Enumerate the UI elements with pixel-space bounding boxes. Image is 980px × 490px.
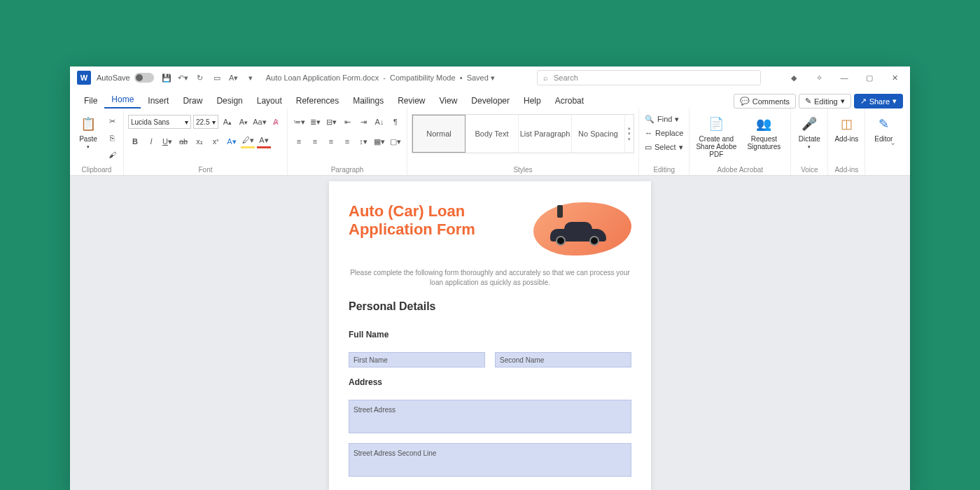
ribbon-tabs: File Home Insert Draw Design Layout Refe… xyxy=(70,89,910,108)
group-label-voice: Voice xyxy=(795,164,823,174)
font-name-select[interactable]: Lucida Sans▾ xyxy=(128,115,191,129)
save-icon[interactable]: 💾 xyxy=(160,71,173,84)
tab-home[interactable]: Home xyxy=(104,92,141,108)
replace-button[interactable]: ↔ Replace xyxy=(643,127,685,139)
align-left-icon[interactable]: ≡ xyxy=(292,134,306,148)
addins-icon: ◫ xyxy=(836,114,856,134)
qat-icon-1[interactable]: ▭ xyxy=(211,71,223,84)
shrink-font-icon[interactable]: A▾ xyxy=(237,115,251,129)
paste-button[interactable]: 📋 Paste ▾ xyxy=(74,110,102,150)
style-no-spacing[interactable]: No Spacing xyxy=(572,115,625,153)
tab-layout[interactable]: Layout xyxy=(250,93,289,108)
signatures-icon: 👥 xyxy=(754,114,774,134)
subscript-button[interactable]: x₂ xyxy=(192,134,206,148)
change-case-icon[interactable]: Aa▾ xyxy=(253,115,267,129)
tab-design[interactable]: Design xyxy=(209,93,249,108)
page-header: Auto (Car) Loan Application Form xyxy=(349,202,631,255)
tab-view[interactable]: View xyxy=(433,93,465,108)
align-right-icon[interactable]: ≡ xyxy=(324,134,338,148)
section-personal-details: Personal Details xyxy=(349,300,631,313)
premium-icon[interactable]: ◆ xyxy=(781,68,806,88)
street-address-2-field[interactable]: Street Adress Second Line xyxy=(349,443,631,477)
group-editor: ✎ Editor ⌄ xyxy=(865,108,902,175)
styles-more-icon[interactable]: ▴▾▾ xyxy=(625,115,634,153)
tab-references[interactable]: References xyxy=(289,93,346,108)
ribbon: 📋 Paste ▾ ✂ ⎘ 🖌 Clipboard Lucida Sans▾ 2… xyxy=(70,108,910,176)
collapse-ribbon-icon[interactable]: ⌄ xyxy=(890,137,896,146)
align-center-icon[interactable]: ≡ xyxy=(308,134,322,148)
shading-icon[interactable]: ▦▾ xyxy=(372,134,386,148)
style-list-paragraph[interactable]: List Paragraph xyxy=(519,115,572,153)
share-button[interactable]: ↗ Share ▾ xyxy=(854,94,903,108)
bullets-icon[interactable]: ≔▾ xyxy=(292,115,306,129)
show-marks-icon[interactable]: ¶ xyxy=(388,115,402,129)
group-label-styles: Styles xyxy=(412,164,634,174)
document-area[interactable]: Auto (Car) Loan Application Form Please … xyxy=(70,176,910,490)
close-button[interactable]: ✕ xyxy=(882,68,907,88)
editor-icon: ✎ xyxy=(874,114,893,134)
clear-format-icon[interactable]: A̷ xyxy=(269,115,283,129)
search-input[interactable]: ⌕ Search xyxy=(537,70,761,85)
copy-icon[interactable]: ⎘ xyxy=(105,131,119,145)
sort-icon[interactable]: A↓ xyxy=(372,115,386,129)
line-spacing-icon[interactable]: ↕▾ xyxy=(356,134,370,148)
numbering-icon[interactable]: ≣▾ xyxy=(308,115,322,129)
addins-button[interactable]: ◫ Add-ins xyxy=(832,110,860,143)
text-effects-icon[interactable]: A▾ xyxy=(225,134,239,148)
multilevel-icon[interactable]: ⊟▾ xyxy=(324,115,338,129)
coming-soon-icon[interactable]: ✧ xyxy=(806,68,832,88)
tab-developer[interactable]: Developer xyxy=(464,93,517,108)
group-adobe: 📄 Create and Share Adobe PDF 👥 Request S… xyxy=(690,108,791,175)
minimize-button[interactable]: — xyxy=(832,68,857,88)
font-size-select[interactable]: 22.5▾ xyxy=(193,115,218,129)
tab-acrobat[interactable]: Acrobat xyxy=(548,93,591,108)
undo-icon[interactable]: ↶▾ xyxy=(177,71,190,84)
label-address: Address xyxy=(349,377,631,387)
first-name-field[interactable]: First Name xyxy=(349,352,485,368)
street-address-field[interactable]: Street Adress xyxy=(349,400,631,433)
comments-button[interactable]: 💬 Comments xyxy=(734,94,796,108)
italic-button[interactable]: I xyxy=(144,134,158,148)
bold-button[interactable]: B xyxy=(128,134,142,148)
qat-more-icon[interactable]: ▾ xyxy=(244,71,257,84)
justify-icon[interactable]: ≡ xyxy=(340,134,354,148)
decrease-indent-icon[interactable]: ⇤ xyxy=(340,115,354,129)
superscript-button[interactable]: x² xyxy=(209,134,223,148)
maximize-button[interactable]: ▢ xyxy=(857,68,882,88)
select-button[interactable]: ▭ Select ▾ xyxy=(643,141,685,153)
autosave-toggle[interactable] xyxy=(134,73,154,83)
highlight-icon[interactable]: 🖊▾ xyxy=(241,134,255,148)
dictate-button[interactable]: 🎤 Dictate ▾ xyxy=(795,110,823,150)
tab-help[interactable]: Help xyxy=(517,93,548,108)
format-painter-icon[interactable]: 🖌 xyxy=(105,148,119,162)
request-signatures-button[interactable]: 👥 Request Signatures xyxy=(741,110,786,150)
editing-button[interactable]: ✎ Editing ▾ xyxy=(799,94,851,108)
group-clipboard: 📋 Paste ▾ ✂ ⎘ 🖌 Clipboard xyxy=(70,108,124,175)
increase-indent-icon[interactable]: ⇥ xyxy=(356,115,370,129)
tab-file[interactable]: File xyxy=(77,93,104,108)
style-body-text[interactable]: Body Text xyxy=(465,115,519,153)
group-paragraph: ≔▾ ≣▾ ⊟▾ ⇤ ⇥ A↓ ¶ ≡ ≡ ≡ ≡ ↕▾ ▦▾ ▢▾ xyxy=(288,108,407,175)
tab-review[interactable]: Review xyxy=(391,93,432,108)
car-illustration xyxy=(533,202,631,255)
strikethrough-button[interactable]: ab xyxy=(176,134,190,148)
doc-mode: Compatibility Mode xyxy=(390,74,456,82)
tab-insert[interactable]: Insert xyxy=(141,93,176,108)
cut-icon[interactable]: ✂ xyxy=(105,114,119,128)
style-normal[interactable]: Normal xyxy=(412,115,465,153)
tab-draw[interactable]: Draw xyxy=(176,93,209,108)
qat-icon-2[interactable]: A▾ xyxy=(227,71,240,84)
underline-button[interactable]: U▾ xyxy=(160,134,174,148)
second-name-field[interactable]: Second Name xyxy=(495,352,631,368)
paste-icon: 📋 xyxy=(78,114,98,134)
redo-icon[interactable]: ↻ xyxy=(194,71,206,84)
group-label-clipboard: Clipboard xyxy=(74,164,119,174)
borders-icon[interactable]: ▢▾ xyxy=(388,134,402,148)
intro-text: Please complete the following form thoro… xyxy=(349,268,631,288)
grow-font-icon[interactable]: A▴ xyxy=(220,115,234,129)
group-styles: Normal Body Text List Paragraph No Spaci… xyxy=(407,108,639,175)
tab-mailings[interactable]: Mailings xyxy=(346,93,391,108)
find-button[interactable]: 🔍 Find ▾ xyxy=(643,113,685,125)
font-color-icon[interactable]: A▾ xyxy=(257,134,271,148)
create-pdf-button[interactable]: 📄 Create and Share Adobe PDF xyxy=(694,110,738,158)
